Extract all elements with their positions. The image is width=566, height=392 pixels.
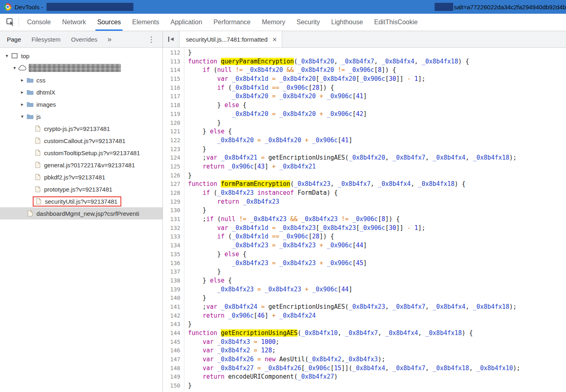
line-number[interactable]: 146 [163, 346, 184, 355]
line-number[interactable]: 139 [163, 285, 184, 294]
line-number[interactable]: 118 [163, 101, 184, 110]
code-token [224, 312, 228, 319]
line-number[interactable]: 145 [163, 338, 184, 347]
code-line: 121 } else { [163, 127, 566, 136]
code-token: && [287, 66, 294, 74]
line-number[interactable]: 142 [163, 312, 184, 320]
code-token: _0x8b4fx23 [319, 224, 356, 232]
sidebar-tab-page[interactable]: Page [2, 31, 26, 47]
line-number[interactable]: 119 [163, 110, 184, 119]
code-token: = [272, 75, 276, 82]
line-number[interactable]: 124 [163, 154, 184, 162]
tree-item-top[interactable]: ▾top [0, 50, 163, 62]
close-tab-icon[interactable]: × [272, 36, 277, 43]
tree-item-label: css [36, 77, 46, 84]
chevron-down-icon[interactable]: ▾ [3, 53, 11, 59]
line-number[interactable]: 136 [163, 259, 184, 268]
inspect-element-button[interactable] [3, 14, 18, 31]
code-token: 30 [389, 224, 396, 232]
editor-tab-securityutil[interactable]: securityUtil.js...7481:formatted × [179, 31, 282, 47]
line-number[interactable]: 129 [163, 198, 184, 207]
overflow-menu-icon[interactable]: ⋮ [143, 35, 160, 44]
tab-memory[interactable]: Memory [256, 14, 291, 31]
chevron-down-icon[interactable]: ▾ [19, 114, 26, 119]
line-number[interactable]: 140 [163, 294, 184, 303]
sidebar-tab-filesystem[interactable]: Filesystem [26, 31, 66, 47]
line-number[interactable]: 148 [163, 364, 184, 373]
code-token: ] [348, 286, 352, 293]
tab-sources[interactable]: Sources [91, 14, 127, 31]
line-number[interactable]: 138 [163, 276, 184, 285]
tab-console[interactable]: Console [21, 14, 57, 31]
line-number[interactable]: 126 [163, 171, 184, 180]
line-number[interactable]: 127 [163, 180, 184, 189]
line-number[interactable]: 137 [163, 268, 184, 276]
tab-performance[interactable]: Performance [208, 14, 256, 31]
tab-lighthouse[interactable]: Lighthouse [325, 14, 368, 31]
tab-elements[interactable]: Elements [127, 14, 165, 31]
line-number[interactable]: 114 [163, 66, 184, 75]
line-number[interactable]: 116 [163, 84, 184, 93]
line-number[interactable]: 144 [163, 329, 184, 338]
code-token: [ [374, 66, 378, 74]
line-number[interactable]: 123 [163, 145, 184, 154]
chevron-down-icon[interactable]: ▾ [11, 65, 18, 71]
line-number[interactable]: 117 [163, 92, 184, 101]
tree-item-general-js-0172217-v-92137481[interactable]: general.js?0172217&v=92137481 [0, 159, 163, 171]
sidebar-tab-overrides[interactable]: Overrides [66, 31, 103, 47]
line-number[interactable]: 132 [163, 224, 184, 233]
tree-item-customtooltipsetup-js-v-92137481[interactable]: customTooltipSetup.js?v=92137481 [0, 147, 163, 159]
code-token: } [188, 320, 192, 328]
line-number[interactable]: 147 [163, 355, 184, 364]
line-number[interactable]: 113 [163, 57, 184, 66]
tree-item-dashboardmgmt-new-jsp-csrfpreventi[interactable]: dashboardMgmt_new.jsp?csrfPreventi [0, 207, 163, 219]
window-titlebar[interactable]: DevTools - salt=a77226022da34c2fa294940d… [0, 0, 566, 14]
line-number[interactable]: 112 [163, 48, 184, 57]
line-number[interactable]: 115 [163, 75, 184, 84]
chevron-right-icon[interactable]: ▸ [19, 101, 26, 107]
code-line: 128 if (_0x8b4fx23 instanceof FormData) … [163, 189, 566, 198]
line-number[interactable]: 130 [163, 206, 184, 215]
chevron-right-icon[interactable]: ▸ [19, 77, 26, 83]
tab-application[interactable]: Application [165, 14, 208, 31]
code-line: 119 _0x8b4fx20 = _0x8b4fx20 + _0x906c[42… [163, 110, 566, 119]
tree-item-css[interactable]: ▸css [0, 74, 163, 86]
code-token: var [206, 303, 217, 310]
tree-item-crypto-js-js-v-92137481[interactable]: crypto-js.js?v=92137481 [0, 122, 163, 135]
tab-network[interactable]: Network [57, 14, 92, 31]
line-number[interactable]: 121 [163, 127, 184, 136]
toggle-navigator-button[interactable] [163, 31, 179, 47]
tab-editthiscookie[interactable]: EditThisCookie [369, 14, 424, 31]
tree-item-securityutil-js-v-92137481[interactable]: securityUtil.js?v=92137481 [0, 195, 163, 207]
code-token [258, 347, 261, 354]
tree-item-prototype-js-v-92137481[interactable]: prototype.js?v=92137481 [0, 183, 163, 195]
code-token: } [188, 172, 192, 179]
line-number[interactable]: 128 [163, 189, 184, 198]
tree-item-redacted-domain[interactable]: ▾ [0, 62, 163, 74]
code-token: = [258, 137, 261, 144]
tree-item-dhtmlx[interactable]: ▸dhtmlX [0, 86, 163, 98]
tree-item-js[interactable]: ▾js [0, 110, 163, 122]
line-number[interactable]: 120 [163, 119, 184, 128]
line-number[interactable]: 150 [163, 381, 184, 390]
line-number[interactable]: 122 [163, 136, 184, 145]
tab-security[interactable]: Security [291, 14, 325, 31]
tree-item-pbkdf2-js-v-92137481[interactable]: pbkdf2.js?v=92137481 [0, 171, 163, 183]
line-number[interactable]: 131 [163, 215, 184, 224]
line-number[interactable]: 143 [163, 320, 184, 329]
chevron-right-icon[interactable]: ▸ [19, 89, 26, 95]
more-tabs-chevron-icon[interactable]: » [103, 35, 116, 44]
tree-item-images[interactable]: ▸images [0, 98, 163, 110]
line-number[interactable]: 149 [163, 373, 184, 381]
line-number[interactable]: 134 [163, 241, 184, 250]
line-number[interactable]: 133 [163, 232, 184, 241]
code-token [188, 189, 203, 196]
line-number[interactable]: 135 [163, 250, 184, 259]
code-token: _0x8b4fx7 [393, 365, 425, 372]
code-token: [ [385, 224, 389, 232]
code-text: if (_0x8b4fx23 instanceof FormData) { [184, 189, 338, 198]
tree-item-customcallout-js-v-92137481[interactable]: customCallout.js?v=92137481 [0, 135, 163, 147]
line-number[interactable]: 141 [163, 303, 184, 312]
code-token: , [385, 365, 393, 372]
line-number[interactable]: 125 [163, 162, 184, 171]
